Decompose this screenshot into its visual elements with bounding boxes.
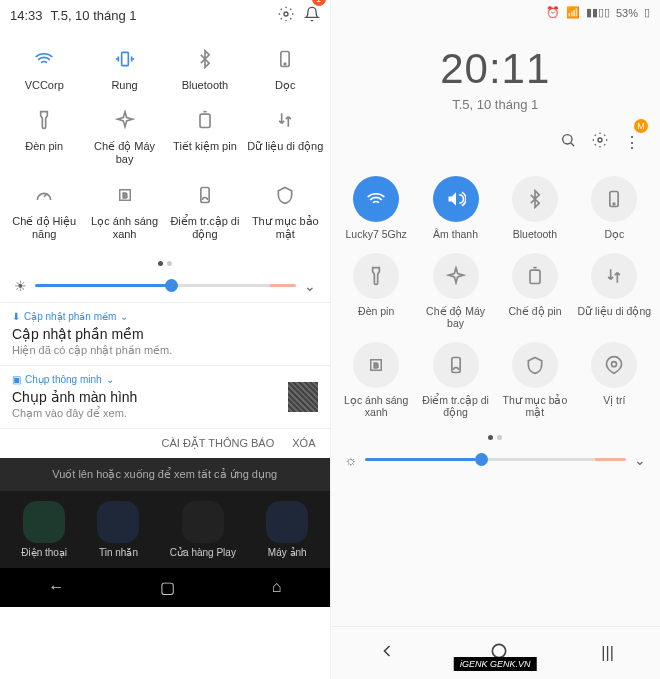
- svg-point-0: [284, 12, 288, 16]
- left-phone: 14:33T.5, 10 tháng 1 1 VCCorpRungBluetoo…: [0, 0, 331, 679]
- battery-pct: 53%: [616, 7, 638, 19]
- gear-icon[interactable]: [592, 132, 608, 152]
- tile-battery[interactable]: Tiết kiệm pin: [165, 100, 245, 174]
- play-icon: [182, 501, 224, 543]
- dock-play[interactable]: Cửa hàng Play: [170, 501, 236, 558]
- bluelight-icon: B: [113, 183, 137, 207]
- bluelight-icon: B: [353, 342, 399, 388]
- chevron-down-icon[interactable]: ⌄: [634, 452, 646, 468]
- chevron-down-icon[interactable]: ⌄: [304, 278, 316, 294]
- tile-data[interactable]: Dữ liệu di động: [245, 100, 325, 174]
- notification-icon[interactable]: 1: [304, 6, 320, 25]
- brightness-slider[interactable]: [35, 284, 296, 287]
- qs-sound[interactable]: Âm thanh: [418, 176, 493, 241]
- search-icon[interactable]: [560, 132, 576, 152]
- tile-bluetooth[interactable]: Bluetooth: [165, 39, 245, 100]
- app-icon: ▣: [12, 374, 21, 385]
- recents-button[interactable]: |||: [601, 644, 613, 662]
- status-date: T.5, 10 tháng 1: [51, 8, 137, 23]
- svg-point-11: [613, 203, 615, 205]
- nav-bar-left: ← ▢ ⌂: [0, 568, 330, 607]
- qs-hotspot[interactable]: Điểm tr.cập di động: [418, 342, 493, 419]
- recents-button[interactable]: ▢: [160, 578, 175, 597]
- clear-button[interactable]: XÓA: [292, 437, 315, 450]
- brightness-row-left: ☀ ⌄: [0, 270, 330, 302]
- qs-label: Vị trí: [603, 394, 625, 407]
- nav-bar-right: |||: [331, 626, 661, 679]
- secure-icon: [512, 342, 558, 388]
- dock-label: Điện thoại: [21, 547, 67, 558]
- tile-flashlight[interactable]: Đèn pin: [4, 100, 84, 174]
- home-hint: Vuốt lên hoặc xuống để xem tất cả ứng dụ…: [0, 458, 330, 491]
- qs-airplane[interactable]: Chế độ Máy bay: [418, 253, 493, 330]
- notification-screenshot[interactable]: ▣Chụp thông minh ⌄ Chụp ảnh màn hình Chạ…: [0, 365, 330, 428]
- status-bar-right: ⏰ 📶 ▮▮▯▯ 53% ▯: [331, 0, 661, 25]
- qs-label: Chế độ pin: [508, 305, 561, 318]
- menu-icon[interactable]: ⋮M: [624, 133, 640, 152]
- gear-icon[interactable]: [278, 6, 294, 25]
- qs-rotate[interactable]: Dọc: [577, 176, 652, 241]
- qs-wifi[interactable]: Lucky7 5Ghz: [339, 176, 414, 241]
- data-icon: [591, 253, 637, 299]
- svg-text:B: B: [122, 191, 127, 200]
- qs-bluelight[interactable]: BLọc ánh sáng xanh: [339, 342, 414, 419]
- bluetooth-icon: [512, 176, 558, 222]
- tile-secure[interactable]: Thư mục bảo mật: [245, 175, 325, 249]
- screenshot-thumb: [288, 382, 318, 412]
- qs-label: Bluetooth: [513, 228, 557, 241]
- rotate-icon: [591, 176, 637, 222]
- quick-tiles-left: VCCorpRungBluetoothDọcĐèn pinChế độ Máy …: [0, 31, 330, 257]
- qs-battery[interactable]: Chế độ pin: [497, 253, 572, 330]
- dock-camera[interactable]: Máy ảnh: [266, 501, 308, 558]
- flashlight-icon: [353, 253, 399, 299]
- dock-messages[interactable]: Tin nhắn: [97, 501, 139, 558]
- tile-rotate[interactable]: Dọc: [245, 39, 325, 100]
- back-button[interactable]: [377, 641, 397, 665]
- tile-airplane[interactable]: Chế độ Máy bay: [84, 100, 164, 174]
- svg-point-16: [612, 361, 617, 366]
- dock-phone[interactable]: Điện thoại: [21, 501, 67, 558]
- notif-title: Cập nhật phần mềm: [12, 326, 318, 342]
- svg-rect-7: [201, 187, 209, 202]
- notif-title: Chụp ảnh màn hình: [12, 389, 137, 405]
- settings-button[interactable]: CÀI ĐẶT THÔNG BÁO: [162, 437, 275, 450]
- tile-label: Chế độ Máy bay: [86, 140, 162, 166]
- tile-perf[interactable]: Chế độ Hiệu năng: [4, 175, 84, 249]
- battery-icon: [193, 108, 217, 132]
- tile-wifi[interactable]: VCCorp: [4, 39, 84, 100]
- tile-label: Dọc: [275, 79, 295, 92]
- tile-label: Bluetooth: [182, 79, 228, 92]
- qs-label: Dữ liệu di động: [578, 305, 652, 318]
- brightness-row-right: ☼ ⌄: [331, 444, 661, 476]
- alarm-icon: ⏰: [546, 6, 560, 19]
- tile-hotspot[interactable]: Điểm tr.cập di động: [165, 175, 245, 249]
- tile-vibrate[interactable]: Rung: [84, 39, 164, 100]
- wifi-icon: 📶: [566, 6, 580, 19]
- qs-label: Dọc: [604, 228, 624, 241]
- qs-secure[interactable]: Thư mục bảo mật: [497, 342, 572, 419]
- brightness-slider[interactable]: [365, 458, 626, 461]
- svg-point-9: [598, 138, 602, 142]
- tile-label: Điểm tr.cập di động: [167, 215, 243, 241]
- status-bar-left: 14:33T.5, 10 tháng 1 1: [0, 0, 330, 31]
- notif-sub: Chạm vào đây để xem.: [12, 407, 137, 420]
- qs-location[interactable]: Vị trí: [577, 342, 652, 419]
- tile-bluelight[interactable]: BLọc ánh sáng xanh: [84, 175, 164, 249]
- page-dots: [0, 257, 330, 270]
- panel-actions: ⋮M: [331, 120, 661, 164]
- perf-icon: [32, 183, 56, 207]
- dock-label: Tin nhắn: [99, 547, 138, 558]
- notification-update[interactable]: ⬇Cập nhật phần mềm ⌄ Cập nhật phần mềm H…: [0, 302, 330, 365]
- svg-rect-1: [121, 52, 128, 65]
- phone-icon: [23, 501, 65, 543]
- tile-label: Thư mục bảo mật: [247, 215, 323, 241]
- qs-bluetooth[interactable]: Bluetooth: [497, 176, 572, 241]
- back-button[interactable]: ←: [48, 578, 64, 596]
- home-button[interactable]: ⌂: [272, 578, 282, 596]
- notification-actions: CÀI ĐẶT THÔNG BÁO XÓA: [0, 428, 330, 458]
- airplane-icon: [433, 253, 479, 299]
- tile-label: Rung: [111, 79, 137, 92]
- tile-label: Lọc ánh sáng xanh: [86, 215, 162, 241]
- qs-flashlight[interactable]: Đèn pin: [339, 253, 414, 330]
- qs-data[interactable]: Dữ liệu di động: [577, 253, 652, 330]
